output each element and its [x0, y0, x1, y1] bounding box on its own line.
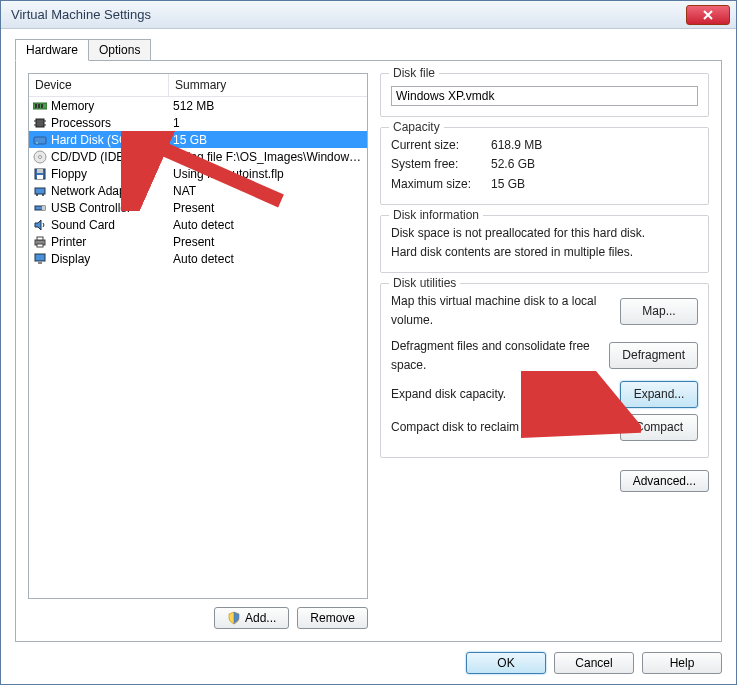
device-name: CD/DVD (IDE): [51, 150, 128, 164]
diskfile-input[interactable]: [391, 86, 698, 106]
map-button[interactable]: Map...: [620, 298, 698, 325]
device-row[interactable]: Processors1: [29, 114, 367, 131]
device-buttons: Add... Remove: [28, 607, 368, 629]
svg-rect-15: [37, 175, 43, 179]
device-name: Printer: [51, 235, 86, 249]
system-free-label: System free:: [391, 155, 491, 174]
add-button[interactable]: Add...: [214, 607, 289, 629]
device-summary: 15 GB: [169, 132, 367, 148]
tabs: Hardware Options: [15, 39, 722, 61]
device-row[interactable]: Hard Disk (SCSI)15 GB: [29, 131, 367, 148]
svg-rect-9: [34, 137, 46, 144]
device-summary: Present: [169, 200, 367, 216]
device-row[interactable]: Network AdapterNAT: [29, 182, 367, 199]
footer: OK Cancel Help: [15, 642, 722, 674]
close-icon: [703, 10, 713, 20]
device-row[interactable]: FloppyUsing file autoinst.flp: [29, 165, 367, 182]
group-diskinfo: Disk information Disk space is not preal…: [380, 215, 709, 273]
cpu-icon: [33, 116, 47, 130]
device-row[interactable]: DisplayAuto detect: [29, 250, 367, 267]
expand-desc: Expand disk capacity.: [391, 385, 612, 404]
device-row[interactable]: CD/DVD (IDE)Using file F:\OS_Images\Wind…: [29, 148, 367, 165]
svg-rect-23: [37, 244, 43, 247]
device-row[interactable]: Memory512 MB: [29, 97, 367, 114]
device-name: Network Adapter: [51, 184, 140, 198]
device-row[interactable]: PrinterPresent: [29, 233, 367, 250]
display-icon: [33, 252, 47, 266]
remove-button[interactable]: Remove: [297, 607, 368, 629]
floppy-icon: [33, 167, 47, 181]
header-device[interactable]: Device: [29, 74, 169, 96]
close-button[interactable]: [686, 5, 730, 25]
maximum-size-value: 15 GB: [491, 175, 525, 194]
expand-button[interactable]: Expand...: [620, 381, 698, 408]
group-capacity: Capacity Current size:618.9 MB System fr…: [380, 127, 709, 205]
cd-icon: [33, 150, 47, 164]
device-list[interactable]: Device Summary Memory512 MBProcessors1Ha…: [28, 73, 368, 599]
device-summary: 1: [169, 115, 367, 131]
content: Hardware Options Device Summary Memory51…: [1, 29, 736, 684]
diskfile-title: Disk file: [389, 66, 439, 80]
printer-icon: [33, 235, 47, 249]
device-summary: Auto detect: [169, 251, 367, 267]
defrag-desc: Defragment files and consolidate free sp…: [391, 337, 601, 375]
device-name: Memory: [51, 99, 94, 113]
device-summary: Using file F:\OS_Images\Windows...: [169, 149, 367, 165]
device-name: Display: [51, 252, 90, 266]
tab-hardware[interactable]: Hardware: [15, 39, 89, 61]
svg-rect-2: [38, 104, 40, 108]
device-name: USB Controller: [51, 201, 131, 215]
device-list-header: Device Summary: [29, 74, 367, 97]
device-summary: NAT: [169, 183, 367, 199]
svg-rect-24: [35, 254, 45, 261]
help-button[interactable]: Help: [642, 652, 722, 674]
diskinfo-line1: Disk space is not preallocated for this …: [391, 224, 698, 243]
maximum-size-label: Maximum size:: [391, 175, 491, 194]
device-summary: Auto detect: [169, 217, 367, 233]
utilities-title: Disk utilities: [389, 276, 460, 290]
svg-rect-25: [38, 262, 42, 264]
svg-rect-22: [37, 237, 43, 240]
device-summary: 512 MB: [169, 98, 367, 114]
diskinfo-line2: Hard disk contents are stored in multipl…: [391, 243, 698, 262]
ok-button[interactable]: OK: [466, 652, 546, 674]
device-name: Sound Card: [51, 218, 115, 232]
group-utilities: Disk utilities Map this virtual machine …: [380, 283, 709, 458]
device-row[interactable]: USB ControllerPresent: [29, 199, 367, 216]
tab-options[interactable]: Options: [88, 39, 151, 61]
header-summary[interactable]: Summary: [169, 74, 367, 96]
window-title: Virtual Machine Settings: [7, 7, 686, 22]
svg-point-12: [39, 155, 42, 158]
map-desc: Map this virtual machine disk to a local…: [391, 292, 612, 330]
svg-rect-3: [41, 104, 43, 108]
net-icon: [33, 184, 47, 198]
right-pane: Disk file Capacity Current size:618.9 MB…: [380, 73, 709, 629]
left-pane: Device Summary Memory512 MBProcessors1Ha…: [28, 73, 368, 629]
memory-icon: [33, 99, 47, 113]
group-diskfile: Disk file: [380, 73, 709, 117]
device-name: Floppy: [51, 167, 87, 181]
device-summary: Using file autoinst.flp: [169, 166, 367, 182]
current-size-value: 618.9 MB: [491, 136, 542, 155]
svg-point-18: [42, 194, 44, 196]
tabpanel: Device Summary Memory512 MBProcessors1Ha…: [15, 60, 722, 642]
device-summary: Present: [169, 234, 367, 250]
svg-rect-1: [35, 104, 37, 108]
defragment-button[interactable]: Defragment: [609, 342, 698, 369]
device-row[interactable]: Sound CardAuto detect: [29, 216, 367, 233]
device-name: Processors: [51, 116, 111, 130]
advanced-row: Advanced...: [380, 470, 709, 492]
compact-button[interactable]: Compact: [620, 414, 698, 441]
capacity-title: Capacity: [389, 120, 444, 134]
sound-icon: [33, 218, 47, 232]
svg-point-10: [36, 142, 38, 144]
titlebar[interactable]: Virtual Machine Settings: [1, 1, 736, 29]
cancel-button[interactable]: Cancel: [554, 652, 634, 674]
settings-window: Virtual Machine Settings Hardware Option…: [0, 0, 737, 685]
advanced-button[interactable]: Advanced...: [620, 470, 709, 492]
device-name: Hard Disk (SCSI): [51, 133, 143, 147]
svg-rect-20: [42, 206, 45, 210]
current-size-label: Current size:: [391, 136, 491, 155]
diskinfo-title: Disk information: [389, 208, 483, 222]
svg-rect-16: [35, 188, 45, 194]
